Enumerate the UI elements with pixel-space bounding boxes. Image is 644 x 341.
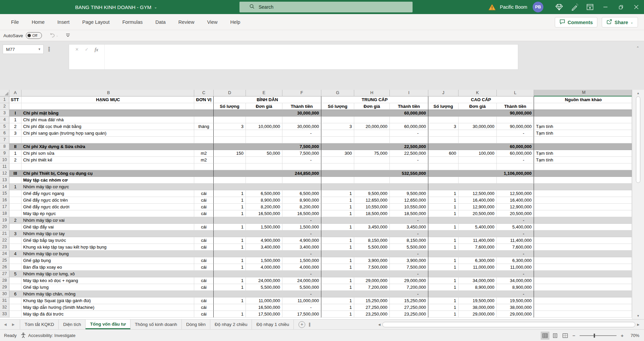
scroll-right-icon[interactable]: ▶ — [635, 323, 641, 326]
cell[interactable]: 3,900,000 — [354, 257, 390, 264]
cell[interactable]: 1 — [428, 190, 459, 197]
cell[interactable]: 1 — [321, 204, 354, 210]
formula-bar[interactable]: ✕ ✓ fx — [69, 44, 518, 70]
cell[interactable]: 1 — [214, 264, 246, 271]
cell[interactable] — [534, 110, 632, 117]
cell[interactable] — [21, 137, 194, 143]
cell[interactable] — [321, 163, 354, 170]
cell[interactable]: 38,000,000 — [497, 304, 534, 311]
row-header[interactable]: 4 — [0, 117, 9, 123]
sheet-tab-dòng-tiền[interactable]: Dòng tiền — [182, 320, 210, 329]
cell[interactable] — [9, 297, 21, 304]
cell[interactable] — [9, 237, 21, 244]
cell[interactable] — [21, 103, 194, 110]
cell[interactable]: 1 — [9, 150, 21, 157]
cell[interactable] — [246, 130, 282, 137]
row-header[interactable]: 32 — [0, 304, 9, 311]
sheet-tab-thông-số-kinh-doanh[interactable]: Thông số kinh doanh — [130, 320, 182, 329]
prev-sheet-icon[interactable]: ◀ — [4, 323, 7, 326]
cell[interactable] — [497, 117, 534, 123]
page-layout-view-button[interactable] — [551, 332, 559, 340]
row-header[interactable]: 24 — [0, 251, 9, 257]
cell[interactable]: - — [497, 130, 534, 137]
cell[interactable]: cái — [194, 277, 214, 284]
cell[interactable] — [459, 117, 497, 123]
horizontal-scrollbar[interactable]: ◀ ▶ — [376, 321, 641, 328]
cell[interactable] — [282, 137, 321, 143]
cell[interactable]: 3 — [321, 123, 354, 130]
cell[interactable]: 1 — [214, 197, 246, 204]
row-header[interactable]: 5 — [0, 123, 9, 130]
menu-item-view[interactable]: View — [201, 14, 224, 30]
menu-item-file[interactable]: File — [5, 14, 25, 30]
cell[interactable]: Chi phí Thiết bị, Công cụ dụng cụ — [21, 170, 194, 177]
cell[interactable]: 7,200,000 — [390, 284, 428, 291]
new-sheet-button[interactable]: + — [299, 321, 305, 328]
column-header-B[interactable]: B — [21, 90, 194, 96]
cell[interactable]: 24,000,000 — [246, 277, 282, 284]
cell[interactable] — [390, 117, 428, 123]
cell[interactable] — [214, 137, 246, 143]
cell[interactable] — [428, 177, 459, 184]
scroll-left-icon[interactable]: ◀ — [376, 323, 382, 326]
cell[interactable] — [214, 184, 246, 190]
cell[interactable] — [246, 143, 282, 150]
cell[interactable]: 3 — [9, 230, 21, 237]
cell[interactable] — [246, 157, 282, 163]
cell[interactable]: 1 — [428, 224, 459, 230]
cell[interactable] — [459, 177, 497, 184]
cell[interactable] — [282, 117, 321, 123]
row-header[interactable]: 33 — [0, 311, 9, 318]
cell[interactable] — [459, 184, 497, 190]
cell[interactable]: cái — [194, 284, 214, 291]
cell[interactable]: 22,500,000 — [390, 150, 428, 157]
cell[interactable]: 1 — [9, 117, 21, 123]
cell[interactable]: 1 — [321, 224, 354, 230]
cell[interactable]: Số lượng — [428, 103, 459, 110]
cell[interactable] — [282, 177, 321, 184]
cell[interactable]: 1,500,000 — [246, 224, 282, 230]
cell[interactable]: 11,000,000 — [497, 264, 534, 271]
cell[interactable] — [534, 184, 632, 190]
cell[interactable] — [194, 271, 214, 277]
cell[interactable]: HẠNG MỤC — [21, 96, 194, 103]
cell[interactable]: 8,200,000 — [282, 204, 321, 210]
cell[interactable] — [321, 110, 354, 117]
cell[interactable]: 6,500,000 — [246, 190, 282, 197]
cancel-icon[interactable]: ✕ — [75, 47, 79, 52]
cell[interactable] — [214, 170, 246, 177]
cell[interactable]: - — [390, 130, 428, 137]
cell[interactable] — [497, 177, 534, 184]
cell[interactable] — [246, 177, 282, 184]
cell[interactable]: Chi phí sơn sửa — [21, 150, 194, 157]
cell[interactable]: 1,500,000 — [282, 224, 321, 230]
cell[interactable]: Nhóm máy tập cơ vai — [21, 217, 194, 224]
cell[interactable] — [428, 217, 459, 224]
cell[interactable]: 15,250,000 — [390, 297, 428, 304]
cell[interactable] — [321, 271, 354, 277]
formula-input[interactable] — [105, 45, 518, 69]
cell[interactable]: 10,550,000 — [354, 204, 390, 210]
cell[interactable] — [534, 251, 632, 257]
column-header-E[interactable]: E — [246, 90, 282, 96]
cell[interactable]: III — [9, 170, 21, 177]
cell[interactable]: 4,900,000 — [282, 237, 321, 244]
cell[interactable] — [534, 230, 632, 237]
cell[interactable]: 5 — [9, 271, 21, 277]
cell[interactable] — [21, 163, 194, 170]
cell[interactable]: 1 — [321, 264, 354, 271]
cell[interactable] — [246, 230, 282, 237]
vertical-scrollbar[interactable]: ▲ ▼ — [632, 90, 644, 319]
cell[interactable]: 12,900,000 — [459, 204, 497, 210]
cell[interactable]: Máy tập ép ngực — [21, 210, 194, 217]
cell[interactable]: 1 — [214, 204, 246, 210]
cell[interactable] — [9, 197, 21, 204]
cell[interactable]: 1 — [321, 190, 354, 197]
sheet-tab-tổng-vốn-đầu-tư[interactable]: Tổng vốn đầu tư — [86, 320, 130, 329]
cell[interactable] — [246, 117, 282, 123]
zoom-out-button[interactable]: − — [571, 333, 577, 338]
cell[interactable]: - — [282, 304, 321, 311]
sheet-tab-độ-nhạy-2-chiều[interactable]: Độ nhạy 2 chiều — [210, 320, 252, 329]
cell[interactable]: 6 — [9, 291, 21, 297]
cell[interactable] — [321, 157, 354, 163]
